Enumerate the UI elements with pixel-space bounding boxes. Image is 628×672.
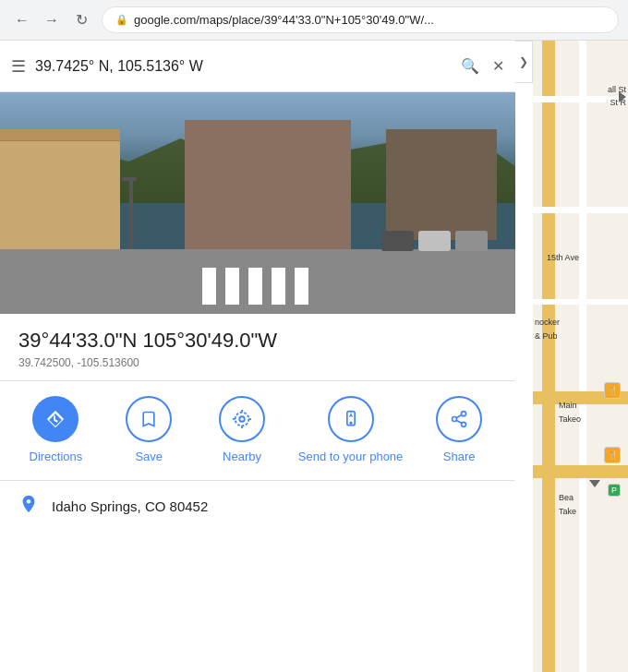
directions-circle — [32, 396, 78, 442]
browser-chrome: ← → ↻ 🔒 google.com/maps/place/39°44'33.0… — [0, 0, 628, 41]
address-bar[interactable]: 🔒 google.com/maps/place/39°44'33.0"N+105… — [102, 6, 619, 33]
coords-dms: 39°44'33.0"N 105°30'49.0"W — [18, 329, 497, 353]
map-road-h5 — [533, 465, 628, 478]
hamburger-icon[interactable]: ☰ — [11, 56, 26, 77]
action-save[interactable]: Save — [112, 396, 186, 465]
action-directions[interactable]: Directions — [18, 396, 92, 465]
cars — [381, 231, 488, 251]
directions-label: Directions — [30, 450, 83, 465]
sv-overlay — [0, 92, 515, 314]
svg-point-13 — [462, 422, 466, 426]
actions-section: Directions Save — [0, 381, 515, 481]
map-road-h2 — [533, 207, 628, 213]
pin-icon — [18, 494, 39, 514]
search-button[interactable]: 🔍 — [461, 57, 479, 75]
building-left-roof — [0, 129, 120, 140]
svg-point-12 — [453, 417, 457, 422]
nav-buttons: ← → ↻ — [9, 7, 94, 33]
coordinates-section: 39°44'33.0"N 105°30'49.0"W 39.742500, -1… — [0, 314, 515, 381]
clear-button[interactable]: ✕ — [492, 57, 504, 75]
svg-point-11 — [462, 412, 466, 416]
map-label-nocker: nocker — [535, 318, 560, 327]
map-road-v1 — [579, 41, 586, 672]
svg-line-14 — [456, 420, 462, 423]
car-3 — [455, 231, 488, 251]
map-label-take2: Take — [559, 507, 576, 516]
building-left — [0, 138, 120, 258]
map-panel[interactable]: all St St R 15th Ave Main Takeo nocker &… — [533, 41, 628, 672]
search-bar: ☰ 39.7425° N, 105.5136° W 🔍 ✕ — [0, 41, 515, 92]
save-icon — [139, 410, 158, 428]
save-label: Save — [135, 450, 163, 465]
send-to-phone-label: Send to your phone — [298, 450, 403, 465]
collapse-panel-button[interactable]: ❯ — [515, 41, 533, 83]
share-icon — [450, 410, 468, 428]
map-arrow-down — [589, 480, 600, 487]
search-input[interactable]: 39.7425° N, 105.5136° W — [35, 58, 452, 75]
map-poi-fork: 🍴 — [604, 382, 621, 399]
street-view-image[interactable] — [0, 92, 515, 314]
send-to-phone-circle — [328, 396, 374, 442]
map-label-pub: & Pub — [535, 331, 558, 341]
building-right — [386, 129, 497, 240]
action-share[interactable]: Share — [422, 396, 496, 465]
building-center — [185, 120, 351, 258]
lock-icon: 🔒 — [115, 14, 128, 26]
map-road-h3 — [533, 299, 628, 305]
phone-icon — [342, 410, 360, 428]
url-text: google.com/maps/place/39°44'33.0"N+105°3… — [134, 13, 434, 27]
location-text: Idaho Springs, CO 80452 — [52, 498, 208, 514]
map-label-takeo1: Takeo — [559, 414, 581, 424]
svg-point-3 — [236, 413, 249, 426]
nearby-label: Nearby — [223, 450, 261, 465]
left-panel: ☰ 39.7425° N, 105.5136° W 🔍 ✕ — [0, 41, 515, 672]
forward-button[interactable]: → — [39, 7, 65, 33]
map-label-main: Main — [559, 401, 577, 410]
map-label-15th: 15th Ave — [547, 253, 579, 262]
search-icons: 🔍 ✕ — [461, 57, 504, 75]
svg-line-15 — [456, 414, 462, 417]
save-circle — [126, 396, 172, 442]
location-pin-icon — [18, 494, 39, 520]
map-road-v2 — [542, 41, 555, 672]
action-send-to-phone[interactable]: Send to your phone — [298, 396, 403, 465]
map-poi-green: P — [608, 484, 621, 497]
svg-point-10 — [350, 422, 352, 424]
lamp-post — [129, 177, 133, 251]
map-arrow-right — [619, 91, 626, 102]
coords-decimal: 39.742500, -105.513600 — [18, 356, 497, 369]
directions-icon — [45, 409, 66, 429]
car-2 — [418, 231, 451, 251]
car-1 — [381, 231, 414, 251]
map-poi-fork2: 🍴 — [604, 447, 621, 463]
share-circle — [436, 396, 482, 442]
location-row: Idaho Springs, CO 80452 — [0, 481, 515, 533]
road-markings — [202, 268, 313, 305]
svg-point-2 — [239, 416, 245, 422]
nearby-icon — [232, 409, 252, 429]
nearby-circle — [219, 396, 265, 442]
road — [0, 249, 515, 314]
map-label-bea: Bea — [559, 493, 574, 502]
main-container: ☰ 39.7425° N, 105.5136° W 🔍 ✕ — [0, 41, 628, 672]
action-nearby[interactable]: Nearby — [205, 396, 279, 465]
reload-button[interactable]: ↻ — [68, 7, 94, 33]
back-button[interactable]: ← — [9, 7, 35, 33]
share-label: Share — [443, 450, 476, 465]
